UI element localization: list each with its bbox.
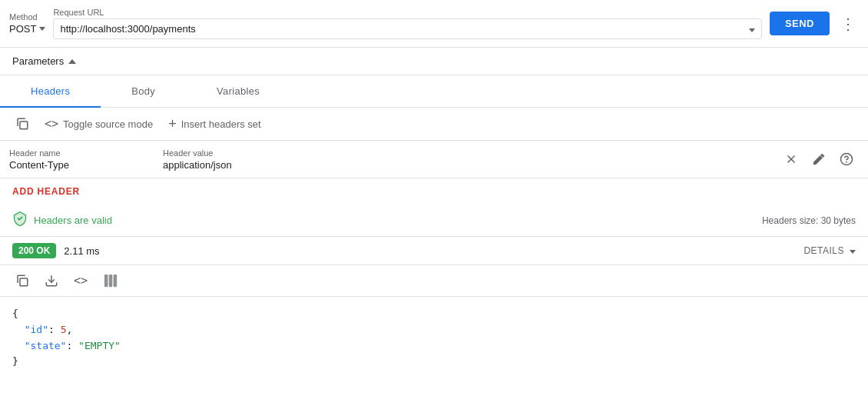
url-group: Request URL — [53, 8, 761, 39]
url-input[interactable] — [60, 23, 748, 35]
json-line-3: "state": "EMPTY" — [12, 338, 856, 354]
send-button[interactable]: SEND — [770, 12, 830, 35]
url-dropdown-icon[interactable] — [749, 23, 755, 35]
svg-rect-8 — [109, 275, 111, 287]
svg-rect-7 — [105, 275, 108, 287]
headers-toolbar: <> Toggle source mode + Insert headers s… — [0, 108, 868, 141]
tab-headers[interactable]: Headers — [0, 76, 101, 108]
json-response: { "id": 5, "state": "EMPTY" } — [0, 297, 868, 379]
close-icon — [784, 152, 798, 166]
header-name-value: Content-Type — [9, 159, 163, 171]
help-header-button[interactable] — [834, 147, 859, 171]
status-bar: 200 OK 2.11 ms DETAILS — [0, 237, 868, 265]
more-options-button[interactable]: ⋮ — [837, 13, 859, 35]
copy-icon — [15, 117, 29, 131]
method-value: POST — [9, 23, 36, 35]
svg-rect-5 — [20, 278, 28, 286]
response-time: 2.11 ms — [64, 245, 99, 257]
header-actions — [779, 147, 859, 171]
plus-icon: + — [168, 117, 177, 131]
pencil-icon — [812, 152, 826, 166]
url-input-wrapper — [53, 18, 761, 39]
response-source-button[interactable]: <> — [68, 271, 94, 291]
code-icon: <> — [45, 117, 58, 131]
copy-button[interactable] — [9, 114, 35, 134]
header-name-label: Header name — [9, 148, 163, 158]
valid-icon — [12, 211, 28, 230]
header-name-col: Header name Content-Type — [9, 148, 163, 171]
parameters-toggle[interactable]: Parameters — [12, 55, 856, 67]
headers-size: Headers size: 30 bytes — [762, 215, 856, 226]
delete-header-button[interactable] — [779, 147, 803, 171]
edit-header-button[interactable] — [807, 147, 831, 171]
status-badge: 200 OK — [12, 243, 56, 258]
toggle-source-button[interactable]: <> Toggle source mode — [38, 114, 159, 134]
response-copy-button[interactable] — [9, 271, 35, 291]
parameters-chevron-icon — [68, 59, 76, 64]
response-copy-icon — [15, 274, 29, 288]
tab-variables[interactable]: Variables — [186, 76, 290, 108]
valid-bar: Headers are valid Headers size: 30 bytes — [0, 205, 868, 237]
parameters-section: Parameters — [0, 48, 868, 75]
valid-left: Headers are valid — [12, 211, 762, 230]
details-chevron-icon — [847, 245, 856, 256]
response-columns-button[interactable] — [97, 270, 124, 291]
top-bar: Method POST Request URL SEND ⋮ — [0, 0, 868, 48]
details-button[interactable]: DETAILS — [803, 245, 856, 256]
tab-body[interactable]: Body — [101, 76, 186, 108]
header-row: Header name Content-Type Header value ap… — [0, 141, 868, 178]
json-line-4: } — [12, 354, 856, 370]
add-header-button[interactable]: ADD HEADER — [0, 178, 92, 205]
help-icon — [840, 152, 853, 166]
method-group: Method POST — [9, 12, 45, 35]
response-toolbar: <> — [0, 265, 868, 297]
json-line-1: { — [12, 306, 856, 322]
insert-headers-button[interactable]: + Insert headers set — [162, 114, 267, 134]
method-chevron-icon — [39, 27, 45, 31]
svg-rect-9 — [114, 275, 116, 287]
parameters-label: Parameters — [12, 55, 64, 67]
json-line-2: "id": 5, — [12, 322, 856, 338]
add-header-container: ADD HEADER — [0, 178, 868, 205]
valid-text: Headers are valid — [34, 215, 112, 226]
svg-point-4 — [846, 161, 847, 162]
response-code-icon: <> — [74, 274, 88, 288]
method-label: Method — [9, 12, 45, 22]
header-value-value: application/json — [163, 159, 770, 171]
columns-icon — [103, 273, 118, 288]
method-select[interactable]: POST — [9, 23, 45, 35]
tabs-bar: Headers Body Variables — [0, 75, 868, 108]
header-value-label: Header value — [163, 148, 770, 158]
url-label: Request URL — [53, 8, 761, 17]
svg-rect-0 — [20, 121, 28, 129]
header-value-col: Header value application/json — [163, 148, 770, 171]
download-icon — [45, 274, 58, 288]
response-download-button[interactable] — [38, 271, 65, 291]
